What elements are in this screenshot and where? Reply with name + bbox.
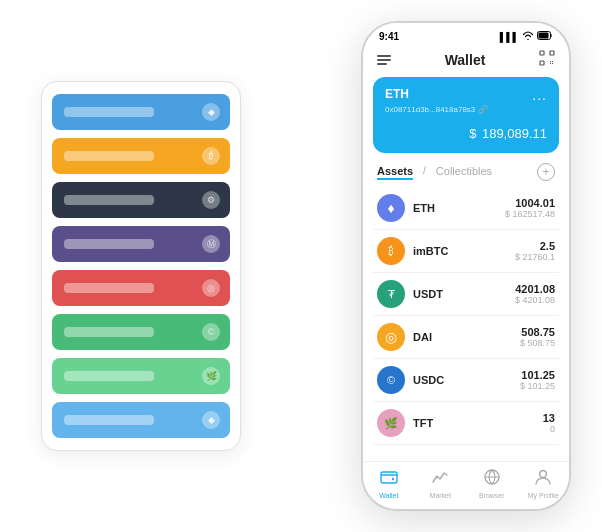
asset-secondary-amount: $ 162517.48 (505, 209, 555, 219)
svg-rect-1 (539, 33, 549, 39)
asset-primary-amount: 101.25 (520, 369, 555, 381)
add-asset-button[interactable]: + (537, 163, 555, 181)
list-item[interactable]: ⚙ (52, 182, 230, 218)
wifi-icon (522, 31, 534, 42)
eth-card[interactable]: ETH ... 0x08711d3b...8418a78s3 🔗 $ 189,0… (373, 77, 559, 153)
table-row[interactable]: © USDC 101.25 $ 101.25 (373, 359, 559, 402)
asset-name: imBTC (413, 245, 515, 257)
asset-amounts: 508.75 $ 508.75 (520, 326, 555, 348)
asset-amounts: 1004.01 $ 162517.48 (505, 197, 555, 219)
list-item[interactable]: Ⓜ (52, 226, 230, 262)
nav-label-profile: My Profile (528, 492, 559, 499)
table-row[interactable]: ◎ DAI 508.75 $ 508.75 (373, 316, 559, 359)
assets-header: Assets / Collectibles + (363, 163, 569, 187)
asset-amounts: 13 0 (543, 412, 555, 434)
asset-primary-amount: 13 (543, 412, 555, 424)
asset-amounts: 4201.08 $ 4201.08 (515, 283, 555, 305)
nav-label-wallet: Wallet (379, 492, 398, 499)
asset-primary-amount: 508.75 (520, 326, 555, 338)
battery-icon (537, 31, 553, 42)
svg-rect-5 (381, 472, 397, 483)
list-item[interactable]: 🌿 (52, 358, 230, 394)
table-row[interactable]: 🌿 TFT 13 0 (373, 402, 559, 445)
eth-icon: ♦ (377, 194, 405, 222)
asset-secondary-amount: $ 508.75 (520, 338, 555, 348)
asset-name: ETH (413, 202, 505, 214)
eth-card-menu[interactable]: ... (532, 87, 547, 103)
list-item[interactable]: ◆ (52, 402, 230, 438)
nav-item-market[interactable]: Market (415, 468, 467, 499)
usdc-icon: © (377, 366, 405, 394)
bottom-nav: Wallet Market (363, 461, 569, 509)
list-item[interactable]: ₿ (52, 138, 230, 174)
page-title: Wallet (445, 52, 486, 68)
table-row[interactable]: ₮ USDT 4201.08 $ 4201.08 (373, 273, 559, 316)
eth-card-label: ETH (385, 87, 409, 101)
phone-header: Wallet (363, 46, 569, 77)
card-item-text (64, 283, 154, 293)
scan-button[interactable] (539, 50, 555, 69)
tab-assets[interactable]: Assets (377, 165, 413, 180)
card-item-text (64, 415, 154, 425)
card-item-text (64, 151, 154, 161)
profile-nav-icon (534, 468, 552, 490)
asset-secondary-amount: $ 21760.1 (515, 252, 555, 262)
asset-secondary-amount: $ 101.25 (520, 381, 555, 391)
status-bar: 9:41 ▌▌▌ (363, 23, 569, 46)
svg-point-6 (392, 478, 394, 480)
card-item-text (64, 107, 154, 117)
card-icon: ◆ (202, 103, 220, 121)
card-item-text (64, 371, 154, 381)
card-icon: ₿ (202, 147, 220, 165)
wallet-nav-icon (380, 468, 398, 490)
table-row[interactable]: ♦ ETH 1004.01 $ 162517.48 (373, 187, 559, 230)
signal-icon: ▌▌▌ (500, 32, 519, 42)
asset-name: TFT (413, 417, 543, 429)
svg-rect-2 (540, 51, 544, 55)
card-item-text (64, 327, 154, 337)
svg-rect-4 (540, 61, 544, 65)
nav-label-market: Market (430, 492, 451, 499)
asset-primary-amount: 1004.01 (505, 197, 555, 209)
nav-item-profile[interactable]: My Profile (518, 468, 570, 499)
card-item-text (64, 239, 154, 249)
card-icon: ◎ (202, 279, 220, 297)
table-row[interactable]: ₿ imBTC 2.5 $ 21760.1 (373, 230, 559, 273)
list-item[interactable]: ◆ (52, 94, 230, 130)
card-icon: 🌿 (202, 367, 220, 385)
usdt-icon: ₮ (377, 280, 405, 308)
asset-primary-amount: 2.5 (515, 240, 555, 252)
list-item[interactable]: ◎ (52, 270, 230, 306)
nav-item-browser[interactable]: Browser (466, 468, 518, 499)
card-stack: ◆ ₿ ⚙ Ⓜ ◎ © 🌿 ◆ (41, 81, 241, 451)
asset-amounts: 2.5 $ 21760.1 (515, 240, 555, 262)
asset-name: DAI (413, 331, 520, 343)
svg-rect-3 (550, 51, 554, 55)
nav-label-browser: Browser (479, 492, 505, 499)
asset-amounts: 101.25 $ 101.25 (520, 369, 555, 391)
menu-button[interactable] (377, 55, 391, 65)
card-icon: Ⓜ (202, 235, 220, 253)
assets-tabs: Assets / Collectibles (377, 165, 492, 180)
imbtc-icon: ₿ (377, 237, 405, 265)
nav-item-wallet[interactable]: Wallet (363, 468, 415, 499)
asset-list: ♦ ETH 1004.01 $ 162517.48 ₿ imBTC 2.5 $ … (363, 187, 569, 461)
eth-amount: $ 189,089.11 (385, 120, 547, 143)
status-icons: ▌▌▌ (500, 31, 553, 42)
asset-secondary-amount: 0 (543, 424, 555, 434)
svg-point-8 (540, 471, 547, 478)
card-item-text (64, 195, 154, 205)
main-scene: ◆ ₿ ⚙ Ⓜ ◎ © 🌿 ◆ (11, 11, 591, 521)
card-icon: ⚙ (202, 191, 220, 209)
tab-collectibles[interactable]: Collectibles (436, 165, 492, 180)
list-item[interactable]: © (52, 314, 230, 350)
asset-secondary-amount: $ 4201.08 (515, 295, 555, 305)
browser-nav-icon (483, 468, 501, 490)
card-icon: ◆ (202, 411, 220, 429)
dai-icon: ◎ (377, 323, 405, 351)
eth-address: 0x08711d3b...8418a78s3 🔗 (385, 105, 547, 114)
asset-name: USDT (413, 288, 515, 300)
asset-primary-amount: 4201.08 (515, 283, 555, 295)
market-nav-icon (431, 468, 449, 490)
asset-name: USDC (413, 374, 520, 386)
